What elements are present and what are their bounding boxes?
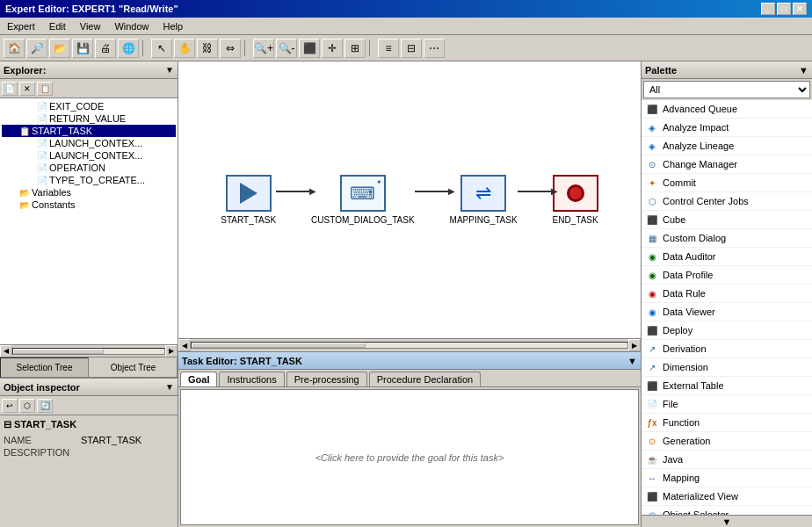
explorer-btn-1[interactable]: 📄 <box>2 82 18 96</box>
toolbar-fit[interactable]: ⇔ <box>220 39 241 58</box>
object-tree-button[interactable]: Object Tree <box>89 357 178 378</box>
toolbar-open[interactable]: 📂 <box>49 39 70 58</box>
title-bar: Expert Editor: EXPERT1 "Read/Write" _ □ … <box>0 0 812 18</box>
toolbar-more[interactable]: ⋯ <box>424 39 445 58</box>
selection-tree-button[interactable]: Selection Tree <box>0 357 89 378</box>
canvas-scroll-right[interactable]: ▶ <box>628 339 641 351</box>
palette-item-function[interactable]: ƒx Function <box>642 414 812 432</box>
palette-scroll-down[interactable]: ▼ <box>642 515 812 527</box>
toolbar-web[interactable]: 🌐 <box>118 39 139 58</box>
palette-item-file[interactable]: 📄 File <box>642 395 812 414</box>
inspector-btn-1[interactable]: ↩ <box>2 399 18 413</box>
toolbar-move[interactable]: ✛ <box>322 39 343 58</box>
toolbar-distribute[interactable]: ⊟ <box>401 39 422 58</box>
toolbar-search[interactable]: 🔎 <box>26 39 47 58</box>
tree-launch-2[interactable]: 📄 LAUNCH_CONTEX... <box>2 149 176 162</box>
palette-item-analyze-impact[interactable]: ◈ Analyze Impact <box>642 119 812 137</box>
tree-operation[interactable]: 📄 OPERATION <box>2 162 176 174</box>
palette-item-java[interactable]: ☕ Java <box>642 451 812 469</box>
canvas-scroll-track <box>191 342 628 349</box>
menu-window[interactable]: Window <box>111 20 152 32</box>
node-mapping[interactable]: ⇌ MAPPING_TASK <box>450 175 518 225</box>
canvas-hscroll[interactable]: ◀ ▶ <box>178 339 641 351</box>
palette-item-dimension[interactable]: ↗ Dimension <box>642 358 812 377</box>
palette-item-deploy[interactable]: ⬛ Deploy <box>642 321 812 340</box>
task-goal-content[interactable]: <Click here to provide the goal for this… <box>180 389 639 525</box>
palette-item-change-manager[interactable]: ⊙ Change Manager <box>642 155 812 174</box>
node-custom-dialog[interactable]: ⌨ ✦ CUSTOM_DIALOG_TASK <box>311 175 414 225</box>
menu-edit[interactable]: Edit <box>46 20 69 32</box>
tree-scroll-right[interactable]: ▶ <box>165 345 178 357</box>
palette-item-advanced-queue[interactable]: ⬛ Advanced Queue <box>642 100 812 119</box>
palette-item-external-table[interactable]: ⬛ External Table <box>642 377 812 395</box>
tab-instructions[interactable]: Instructions <box>219 372 284 386</box>
inspector-btn-2[interactable]: ⬡ <box>19 399 35 413</box>
inspector-btn-3[interactable]: 🔄 <box>37 399 53 413</box>
palette-item-generation[interactable]: ⊙ Generation <box>642 432 812 451</box>
canvas-area[interactable]: START_TASK ⌨ ✦ CUSTOM_DIALOG_TASK ⇌ <box>178 61 641 339</box>
tree-launch-1[interactable]: 📄 LAUNCH_CONTEX... <box>2 137 176 149</box>
palette-item-object-selector[interactable]: ◎ Object Selector <box>642 506 812 515</box>
arrow-1 <box>276 191 311 192</box>
palette-item-cube[interactable]: ⬛ Cube <box>642 211 812 229</box>
tab-goal[interactable]: Goal <box>180 372 217 386</box>
palette-collapse[interactable]: ▼ <box>799 65 808 76</box>
explorer-btn-3[interactable]: 📋 <box>37 82 53 96</box>
palette-item-materialized-view[interactable]: ⬛ Materialized View <box>642 487 812 506</box>
explorer-collapse[interactable]: ▼ <box>165 65 174 75</box>
palette-item-data-profile[interactable]: ◉ Data Profile <box>642 266 812 285</box>
toolbar-save[interactable]: 💾 <box>72 39 93 58</box>
menu-expert[interactable]: Expert <box>4 20 39 32</box>
node-start-task[interactable]: START_TASK <box>221 175 276 225</box>
palette-item-label: Dimension <box>663 362 708 372</box>
palette-item-control-center-jobs[interactable]: ⬡ Control Center Jobs <box>642 192 812 211</box>
canvas-scroll-thumb[interactable] <box>192 343 366 348</box>
toolbar-zoom-out[interactable]: 🔍- <box>276 39 297 58</box>
canvas-scroll-left[interactable]: ◀ <box>178 339 191 351</box>
toolbar-arrange[interactable]: ⊞ <box>344 39 366 58</box>
palette-filter-select[interactable]: All <box>643 81 810 98</box>
toolbar-fit-all[interactable]: ⬛ <box>299 39 320 58</box>
tree-type-to-create[interactable]: 📄 TYPE_TO_CREATE... <box>2 174 176 186</box>
task-editor-collapse[interactable]: ▼ <box>627 356 637 366</box>
java-icon: ☕ <box>645 452 659 466</box>
node-end-task[interactable]: END_TASK <box>553 175 598 225</box>
tree-variables[interactable]: 📂 Variables <box>2 186 176 199</box>
toolbar-home[interactable]: 🏠 <box>4 39 25 58</box>
palette-item-custom-dialog[interactable]: ▦ Custom Dialog <box>642 229 812 248</box>
inspector-collapse[interactable]: ▼ <box>165 382 174 392</box>
toolbar-align[interactable]: ≡ <box>378 39 399 58</box>
toolbar-select[interactable]: ↖ <box>151 39 172 58</box>
palette-item-analyze-lineage[interactable]: ◈ Analyze Lineage <box>642 137 812 155</box>
data-rule-icon: ◉ <box>645 286 659 300</box>
tree-scroll-thumb[interactable] <box>13 349 104 354</box>
palette-item-commit[interactable]: ✦ Commit <box>642 174 812 192</box>
toolbar-hand[interactable]: ✋ <box>174 39 195 58</box>
tree-hscroll[interactable]: ◀ ▶ <box>0 344 178 357</box>
palette-item-data-auditor[interactable]: ◉ Data Auditor <box>642 248 812 266</box>
menu-view[interactable]: View <box>76 20 105 32</box>
close-button[interactable]: ✕ <box>793 3 807 15</box>
view-toggle-buttons: Selection Tree Object Tree <box>0 357 178 378</box>
tree-scroll-left[interactable]: ◀ <box>0 345 12 357</box>
tree-exit-code[interactable]: 📄 EXIT_CODE <box>2 100 176 112</box>
node-end-task-box <box>553 175 598 212</box>
palette-item-data-rule[interactable]: ◉ Data Rule <box>642 285 812 303</box>
toolbar-zoom-in[interactable]: 🔍+ <box>253 39 274 58</box>
tree-constants[interactable]: 📂 Constants <box>2 199 176 211</box>
window-controls[interactable]: _ □ ✕ <box>761 3 807 15</box>
tab-preprocessing[interactable]: Pre-processing <box>286 372 367 386</box>
palette-item-derivation[interactable]: ↗ Derivation <box>642 340 812 358</box>
menu-help[interactable]: Help <box>160 20 187 32</box>
palette-item-mapping[interactable]: ↔ Mapping <box>642 469 812 487</box>
tree-return-value[interactable]: 📄 RETURN_VALUE <box>2 112 176 125</box>
arrow-3 <box>518 191 553 192</box>
palette-item-data-viewer[interactable]: ◉ Data Viewer <box>642 303 812 321</box>
toolbar-print[interactable]: 🖨 <box>95 39 116 58</box>
tree-start-task[interactable]: 📋 START_TASK <box>2 125 176 137</box>
maximize-button[interactable]: □ <box>777 3 791 15</box>
toolbar-link[interactable]: ⛓ <box>197 39 218 58</box>
explorer-btn-2[interactable]: ✕ <box>19 82 35 96</box>
tab-procedure-declaration[interactable]: Procedure Declaration <box>369 372 481 386</box>
minimize-button[interactable]: _ <box>761 3 775 15</box>
